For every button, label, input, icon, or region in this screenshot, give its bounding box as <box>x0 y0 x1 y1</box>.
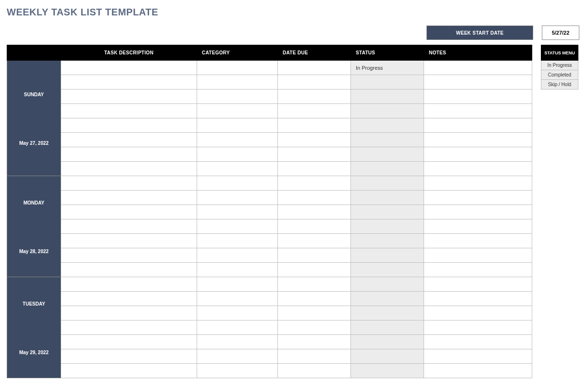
category-cell[interactable] <box>197 176 278 191</box>
status-cell[interactable] <box>351 219 424 234</box>
status-cell[interactable] <box>351 292 424 306</box>
category-cell[interactable] <box>197 61 278 75</box>
category-cell[interactable] <box>197 118 278 133</box>
category-cell[interactable] <box>197 306 278 320</box>
task-cell[interactable] <box>61 90 197 104</box>
status-cell[interactable] <box>351 335 424 349</box>
due-cell[interactable] <box>278 75 351 90</box>
due-cell[interactable] <box>278 104 351 118</box>
due-cell[interactable] <box>278 133 351 147</box>
due-cell[interactable] <box>278 248 351 263</box>
status-cell[interactable] <box>351 104 424 118</box>
due-cell[interactable] <box>278 61 351 75</box>
task-cell[interactable] <box>61 176 197 191</box>
status-cell[interactable] <box>351 176 424 191</box>
category-cell[interactable] <box>197 320 278 335</box>
task-cell[interactable] <box>61 61 197 75</box>
task-cell[interactable] <box>61 364 197 378</box>
due-cell[interactable] <box>278 335 351 349</box>
category-cell[interactable] <box>197 205 278 219</box>
notes-cell[interactable] <box>424 320 532 335</box>
task-cell[interactable] <box>61 306 197 320</box>
notes-cell[interactable] <box>424 205 532 219</box>
task-cell[interactable] <box>61 320 197 335</box>
task-cell[interactable] <box>61 75 197 90</box>
due-cell[interactable] <box>278 263 351 277</box>
due-cell[interactable] <box>278 147 351 162</box>
due-cell[interactable] <box>278 306 351 320</box>
week-start-date[interactable]: 5/27/22 <box>542 26 579 40</box>
category-cell[interactable] <box>197 335 278 349</box>
status-cell[interactable] <box>351 191 424 205</box>
category-cell[interactable] <box>197 75 278 90</box>
task-cell[interactable] <box>61 277 197 292</box>
category-cell[interactable] <box>197 104 278 118</box>
task-cell[interactable] <box>61 248 197 263</box>
status-cell[interactable] <box>351 349 424 364</box>
status-cell[interactable] <box>351 248 424 263</box>
notes-cell[interactable] <box>424 191 532 205</box>
notes-cell[interactable] <box>424 234 532 248</box>
notes-cell[interactable] <box>424 133 532 147</box>
due-cell[interactable] <box>278 205 351 219</box>
due-cell[interactable] <box>278 118 351 133</box>
status-cell[interactable] <box>351 133 424 147</box>
task-cell[interactable] <box>61 147 197 162</box>
notes-cell[interactable] <box>424 162 532 176</box>
task-cell[interactable] <box>61 234 197 248</box>
category-cell[interactable] <box>197 133 278 147</box>
status-cell[interactable] <box>351 364 424 378</box>
due-cell[interactable] <box>278 277 351 292</box>
notes-cell[interactable] <box>424 219 532 234</box>
status-menu-item[interactable]: In Progress <box>541 61 578 70</box>
task-cell[interactable] <box>61 118 197 133</box>
category-cell[interactable] <box>197 349 278 364</box>
status-cell[interactable]: In Progress <box>351 61 424 75</box>
category-cell[interactable] <box>197 191 278 205</box>
category-cell[interactable] <box>197 234 278 248</box>
category-cell[interactable] <box>197 263 278 277</box>
notes-cell[interactable] <box>424 104 532 118</box>
due-cell[interactable] <box>278 90 351 104</box>
task-cell[interactable] <box>61 162 197 176</box>
status-cell[interactable] <box>351 320 424 335</box>
task-cell[interactable] <box>61 219 197 234</box>
notes-cell[interactable] <box>424 349 532 364</box>
task-cell[interactable] <box>61 191 197 205</box>
notes-cell[interactable] <box>424 335 532 349</box>
due-cell[interactable] <box>278 320 351 335</box>
task-cell[interactable] <box>61 104 197 118</box>
status-cell[interactable] <box>351 118 424 133</box>
category-cell[interactable] <box>197 248 278 263</box>
status-cell[interactable] <box>351 277 424 292</box>
task-cell[interactable] <box>61 133 197 147</box>
notes-cell[interactable] <box>424 61 532 75</box>
category-cell[interactable] <box>197 162 278 176</box>
status-menu-item[interactable]: Skip / Hold <box>541 80 578 90</box>
notes-cell[interactable] <box>424 292 532 306</box>
category-cell[interactable] <box>197 147 278 162</box>
status-cell[interactable] <box>351 90 424 104</box>
notes-cell[interactable] <box>424 90 532 104</box>
notes-cell[interactable] <box>424 248 532 263</box>
notes-cell[interactable] <box>424 306 532 320</box>
category-cell[interactable] <box>197 292 278 306</box>
status-cell[interactable] <box>351 205 424 219</box>
notes-cell[interactable] <box>424 118 532 133</box>
due-cell[interactable] <box>278 234 351 248</box>
due-cell[interactable] <box>278 349 351 364</box>
notes-cell[interactable] <box>424 147 532 162</box>
status-cell[interactable] <box>351 162 424 176</box>
task-cell[interactable] <box>61 292 197 306</box>
due-cell[interactable] <box>278 219 351 234</box>
status-cell[interactable] <box>351 147 424 162</box>
status-cell[interactable] <box>351 234 424 248</box>
status-menu-item[interactable]: Completed <box>541 70 578 80</box>
due-cell[interactable] <box>278 162 351 176</box>
category-cell[interactable] <box>197 219 278 234</box>
task-cell[interactable] <box>61 335 197 349</box>
due-cell[interactable] <box>278 176 351 191</box>
task-cell[interactable] <box>61 205 197 219</box>
category-cell[interactable] <box>197 364 278 378</box>
task-cell[interactable] <box>61 349 197 364</box>
